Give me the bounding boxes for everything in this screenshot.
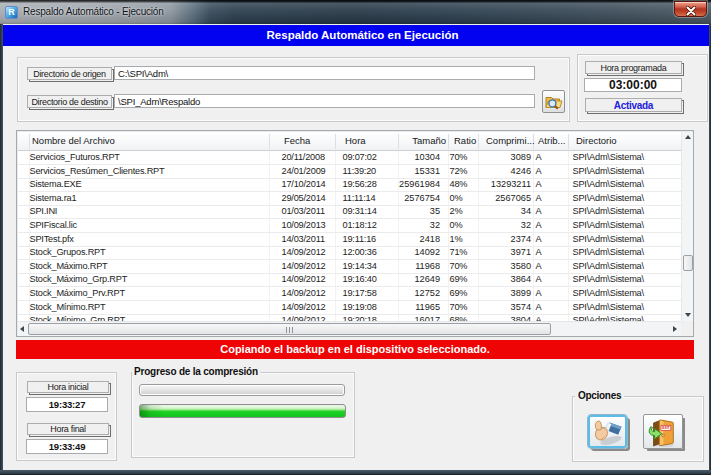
svg-text:EXIT: EXIT [662, 426, 670, 430]
